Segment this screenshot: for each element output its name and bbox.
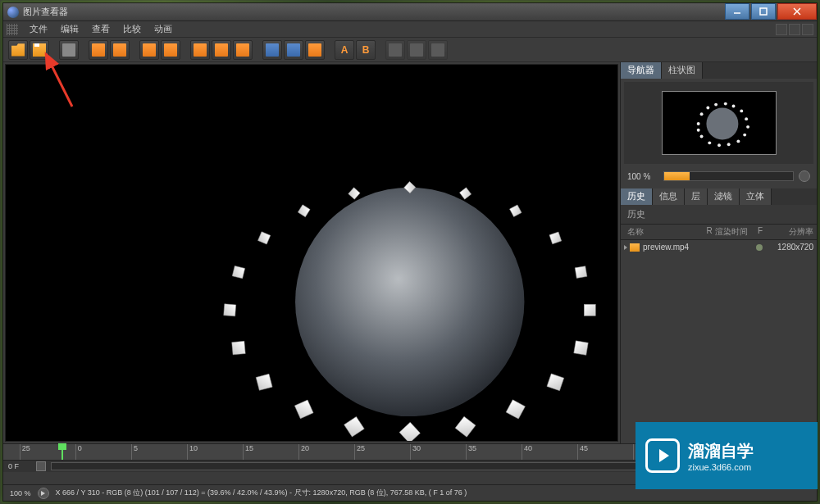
svg-point-28 [706,107,709,110]
svg-rect-9 [575,266,587,279]
tab-navigator[interactable]: 导航器 [621,62,662,79]
nav-next-button[interactable] [407,40,426,60]
clapper-icon [62,43,75,57]
viewport[interactable] [5,64,618,442]
render-button[interactable] [59,40,79,60]
svg-point-36 [736,139,740,143]
maximize-button[interactable] [751,3,776,20]
text-a-button[interactable]: A [335,40,354,60]
filter-1-button[interactable] [262,40,282,60]
minimize-button[interactable] [725,3,749,20]
tab-history[interactable]: 历史 [621,188,653,205]
col-r[interactable]: R [704,226,715,238]
status-zoom: 100 % [10,489,31,497]
play-button[interactable] [38,488,49,499]
nav-last-button[interactable] [428,40,448,60]
ab-icon [287,43,300,57]
tick: 25 [20,444,30,460]
tick: 15 [243,444,253,460]
svg-rect-12 [547,374,564,391]
tick: 40 [522,444,532,460]
ab-button[interactable] [161,40,180,60]
channel-1-button[interactable] [190,40,210,60]
expand-icon[interactable] [624,245,627,250]
swap-icon [308,43,321,57]
letter-b-icon: B [359,43,372,57]
tick: 30 [410,444,421,460]
save-button[interactable] [30,40,49,60]
col-res[interactable]: 分辨率 [766,226,813,238]
svg-rect-8 [549,232,562,244]
menu-compare[interactable]: 比较 [116,21,148,37]
screen2-icon [215,43,228,57]
playhead[interactable] [61,444,63,460]
crop-icon [113,43,126,57]
save-icon [33,43,46,57]
region-icon [92,43,105,57]
menu-edit[interactable]: 编辑 [54,21,85,37]
svg-point-26 [696,122,699,125]
tab-stereo[interactable]: 立体 [740,188,772,205]
nav-prev-button[interactable] [385,40,405,60]
zoom-slider[interactable] [663,171,794,181]
prev-icon [389,43,402,57]
menu-file[interactable]: 文件 [23,21,54,37]
letter-a-icon: A [338,43,351,57]
svg-point-30 [723,102,727,106]
tab-layer[interactable]: 层 [685,188,708,205]
open-button[interactable] [8,40,28,60]
svg-rect-6 [459,188,471,199]
settings-button[interactable] [110,40,130,60]
tab-histogram[interactable]: 柱状图 [662,62,703,79]
svg-rect-16 [344,416,365,437]
zoom-label: 100 % [627,172,658,181]
file-res: 1280x720 [766,243,813,252]
svg-point-27 [699,112,703,116]
info-icon [143,43,156,57]
file-icon [630,243,640,252]
text-b-button[interactable]: B [356,40,376,60]
tick: 45 [577,444,588,460]
track-start: 0 F [8,462,31,470]
region-button[interactable] [89,40,108,60]
svg-point-35 [743,134,746,137]
svg-point-34 [746,125,749,129]
close-button[interactable] [777,3,817,20]
channel-3-button[interactable] [233,40,253,60]
last-icon [431,43,444,57]
menu-anim[interactable]: 动画 [148,21,179,37]
layout-icon-2[interactable] [789,24,800,35]
layout-icon-1[interactable] [776,24,787,35]
tick: 5 [131,444,138,460]
sphere-icon [236,43,249,57]
history-title: 历史 [621,205,817,225]
col-f[interactable]: F [754,226,766,238]
tab-info[interactable]: 信息 [653,188,685,205]
swap-button[interactable] [305,40,325,60]
svg-point-38 [718,143,721,147]
histogram-button[interactable] [139,40,159,60]
zoom-reset-button[interactable] [799,170,810,182]
col-name[interactable]: 名称 [624,226,704,238]
book-icon [164,43,177,57]
track-prev-button[interactable] [36,461,46,471]
svg-rect-15 [399,422,420,441]
tick: 20 [298,444,309,460]
layout-icon-3[interactable] [802,24,813,35]
folder-icon [11,43,25,57]
watermark-logo-icon [645,438,680,473]
tick: 25 [354,444,365,460]
table-row[interactable]: preview.mp4 1280x720 [621,240,817,254]
menu-view[interactable]: 查看 [85,21,116,37]
grip-icon [7,24,18,35]
col-time[interactable]: 渲染时间 [715,226,754,238]
svg-point-4 [295,188,524,416]
status-info: X 666 / Y 310 - RGB (8 位) (101 / 107 / 1… [56,488,467,498]
svg-rect-23 [298,205,310,217]
channel-2-button[interactable] [212,40,231,60]
filter-2-button[interactable] [284,40,303,60]
svg-point-31 [731,105,735,108]
navigator-preview[interactable] [624,82,813,164]
tab-filter[interactable]: 滤镜 [708,188,740,205]
watermark-url: zixue.3d66.com [688,462,754,472]
